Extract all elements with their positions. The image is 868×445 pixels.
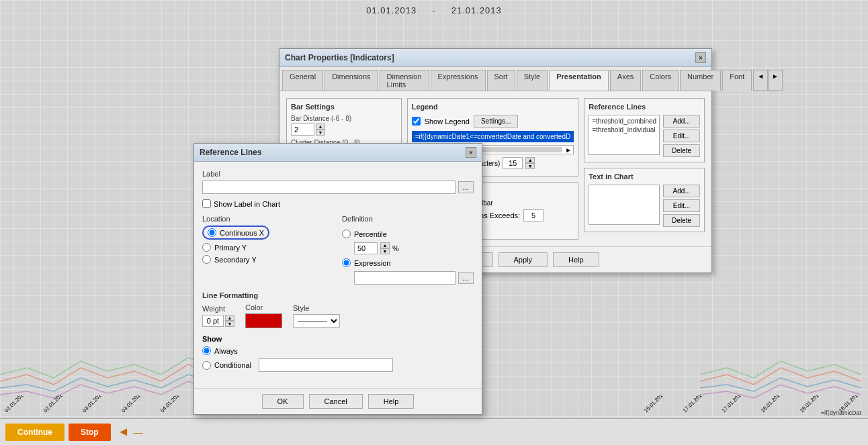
- ref-dialog-titlebar: Reference Lines ×: [194, 144, 482, 162]
- ref-line-item-2[interactable]: =threshold_individual: [591, 126, 658, 134]
- tab-font[interactable]: Font: [722, 70, 752, 91]
- location-primary-y-label: Primary Y: [214, 244, 247, 252]
- bar-distance-down[interactable]: ▼: [316, 130, 325, 136]
- legend-expr: =if({dynamicDate1<=convertedDate and con…: [412, 131, 574, 142]
- ref-dialog-title: Reference Lines: [200, 148, 262, 157]
- color-label: Color: [245, 303, 282, 311]
- bar-distance-label: Bar Distance (-6 - 8): [291, 115, 397, 122]
- percentile-label: Percentile: [354, 230, 387, 238]
- location-primary-y-row: Primary Y: [202, 243, 334, 252]
- bar-distance-input[interactable]: [291, 123, 314, 136]
- bar-distance-spin: ▲ ▼: [316, 123, 325, 136]
- show-conditional-row: Conditional: [202, 358, 474, 372]
- percentile-radio[interactable]: [342, 230, 351, 238]
- ref-dialog-close-btn[interactable]: ×: [466, 147, 476, 158]
- location-primary-y-radio[interactable]: [202, 243, 211, 252]
- show-legend-checkbox[interactable]: [412, 117, 421, 126]
- show-label-text: Show Label in Chart: [214, 200, 280, 208]
- ref-label-btn[interactable]: ...: [458, 181, 474, 193]
- scrollbar-right-arrow[interactable]: ►: [564, 146, 573, 154]
- show-always-radio[interactable]: [202, 346, 211, 355]
- text-chart-add-btn[interactable]: Add...: [663, 185, 700, 197]
- weight-up[interactable]: ▲: [225, 315, 234, 321]
- tab-general[interactable]: General: [282, 70, 323, 91]
- nav-arrow-left[interactable]: ◄: [118, 425, 130, 439]
- tab-dimensions[interactable]: Dimensions: [324, 70, 378, 91]
- weight-col: Weight ▲ ▼: [202, 305, 234, 327]
- nav-arrow-right: —: [134, 427, 143, 438]
- chart-props-apply-btn[interactable]: Apply: [498, 252, 548, 267]
- tab-dimension-limits[interactable]: Dimension Limits: [380, 70, 429, 91]
- legend-settings-btn[interactable]: Settings...: [474, 115, 518, 128]
- ref-lines-edit-btn[interactable]: Edit...: [663, 130, 700, 142]
- stop-button[interactable]: Stop: [69, 424, 111, 441]
- tab-axes[interactable]: Axes: [610, 70, 641, 91]
- show-label-checkbox[interactable]: [202, 199, 211, 208]
- chart-props-help-btn[interactable]: Help: [553, 252, 599, 267]
- expression-label: Expression: [354, 259, 390, 267]
- ref-lines-delete-btn[interactable]: Delete: [663, 144, 700, 157]
- ref-ok-btn[interactable]: OK: [262, 394, 304, 409]
- weight-down[interactable]: ▼: [225, 321, 234, 327]
- tab-scroll-left[interactable]: ◄: [753, 70, 768, 91]
- text-chart-edit-btn[interactable]: Edit...: [663, 199, 700, 212]
- tab-expressions[interactable]: Expressions: [431, 70, 486, 91]
- location-radio-group: Continuous X Primary Y Secondary Y: [202, 226, 334, 264]
- ref-lines-list: =threshold_combined =threshold_individua…: [589, 115, 660, 155]
- show-conditional-radio[interactable]: [202, 361, 211, 370]
- ref-cancel-btn[interactable]: Cancel: [309, 394, 363, 409]
- chart-props-close-btn[interactable]: ×: [695, 52, 706, 63]
- text-chart-area: [589, 185, 660, 225]
- location-secondary-y-label: Secondary Y: [214, 256, 257, 264]
- date-label: 17.01.2013: [721, 395, 744, 413]
- show-always-label: Always: [214, 347, 238, 355]
- reference-lines-dialog: Reference Lines × Label ... Show Label i…: [193, 143, 482, 415]
- weight-input[interactable]: [202, 315, 224, 327]
- definition-title: Definition: [342, 215, 474, 223]
- bottom-toolbar: Continue Stop ◄ —: [0, 418, 868, 445]
- limit-legend-down[interactable]: ▼: [525, 163, 535, 169]
- line-fmt-title: Line Formatting: [202, 291, 474, 299]
- location-title: Location: [202, 215, 334, 223]
- ref-help-btn[interactable]: Help: [368, 394, 415, 409]
- color-swatch[interactable]: [245, 313, 282, 328]
- percentile-up[interactable]: ▲: [380, 242, 390, 248]
- ref-lines-add-btn[interactable]: Add...: [663, 115, 700, 128]
- ref-line-item-1[interactable]: =threshold_combined: [591, 117, 658, 126]
- tab-style[interactable]: Style: [517, 70, 548, 91]
- tab-scroll-right[interactable]: ►: [768, 70, 783, 91]
- location-continuous-x-radio[interactable]: [208, 228, 216, 237]
- chart-props-titlebar: Chart Properties [Indicators] ×: [279, 49, 711, 67]
- ref-label-row: ...: [202, 181, 474, 194]
- conditional-input[interactable]: [259, 358, 393, 372]
- style-select[interactable]: ————— - - - - · · · ·: [293, 314, 340, 328]
- tab-number[interactable]: Number: [680, 70, 721, 91]
- expression-radio[interactable]: [342, 258, 351, 267]
- ref-label-input[interactable]: [202, 181, 455, 194]
- tab-presentation[interactable]: Presentation: [549, 70, 609, 91]
- tab-colors[interactable]: Colors: [642, 70, 679, 91]
- line-formatting-section: Line Formatting Weight ▲ ▼ Color: [202, 291, 474, 328]
- ref-two-col: Location Continuous X Primary Y Secondar…: [202, 215, 474, 285]
- percent-sign: %: [392, 244, 399, 252]
- expression-btn[interactable]: ...: [458, 272, 474, 284]
- ref-lines-section: Reference Lines =threshold_combined =thr…: [584, 98, 705, 162]
- expression-input[interactable]: [354, 271, 455, 285]
- text-chart-action-btns: Add... Edit... Delete: [663, 185, 700, 228]
- location-section: Location Continuous X Primary Y Secondar…: [202, 215, 334, 285]
- tab-sort[interactable]: Sort: [487, 70, 515, 91]
- style-col: Style ————— - - - - · · · ·: [293, 304, 340, 328]
- exceeds-input[interactable]: [523, 209, 544, 221]
- date-label: 18.01.2013: [799, 395, 822, 413]
- text-chart-delete-btn[interactable]: Delete: [663, 214, 700, 227]
- show-section: Show Always Conditional: [202, 335, 474, 372]
- limit-legend-up[interactable]: ▲: [525, 157, 535, 163]
- continue-button[interactable]: Continue: [5, 424, 64, 441]
- bar-distance-up[interactable]: ▲: [316, 123, 325, 130]
- location-secondary-y-radio[interactable]: [202, 255, 211, 264]
- limit-legend-input[interactable]: [503, 157, 523, 169]
- percentile-down[interactable]: ▼: [380, 248, 390, 254]
- percentile-input[interactable]: [354, 242, 378, 254]
- text-in-chart-section: Text in Chart Add... Edit... Delete: [584, 168, 705, 232]
- location-secondary-y-row: Secondary Y: [202, 255, 334, 264]
